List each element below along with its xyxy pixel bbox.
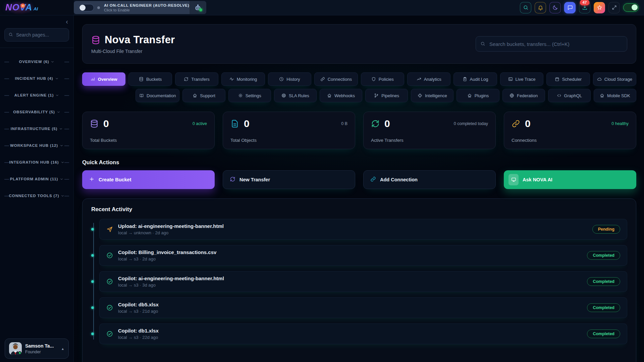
tab-label: Connections <box>328 77 352 82</box>
search-button[interactable] <box>520 2 531 13</box>
page-title: Nova Transfer <box>105 34 175 46</box>
activity-row[interactable]: Copilot: db5.xlsx local → s3 · 21d ago C… <box>99 297 627 318</box>
chevron-down-icon <box>60 177 63 181</box>
quick-actions-heading: Quick Actions <box>82 159 636 166</box>
sidebar-section[interactable]: WORKSPACE HUB (12) <box>0 137 73 154</box>
quick-action-icon <box>508 174 519 185</box>
activity-texts: Copilot: db5.xlsx local → s3 · 21d ago <box>118 302 582 314</box>
tab[interactable]: Analytics <box>407 72 450 86</box>
global-search-input[interactable] <box>476 36 627 52</box>
user-meta: Samson Ta... Founder <box>25 343 58 354</box>
tab-row-1: Overview Buckets Transfers Monitoring <box>82 72 636 86</box>
tab-icon <box>327 93 332 98</box>
tab[interactable]: Cloud Storage <box>593 72 636 86</box>
logo-ai-suffix: AI <box>34 6 38 11</box>
tab-label: GraphQL <box>564 93 582 98</box>
check-circle-icon <box>106 252 113 259</box>
activity-row[interactable]: Upload: ai-engineering-meeting-banner.ht… <box>99 219 627 240</box>
tab[interactable]: Audit Log <box>453 72 497 86</box>
tab[interactable]: GraphQL <box>548 89 591 102</box>
ai-oncall-toggle[interactable] <box>78 4 94 11</box>
fullscreen-button[interactable] <box>608 2 620 13</box>
tab[interactable]: Mobile SDK <box>594 89 636 102</box>
sidebar-section[interactable]: PLATFORM ADMIN (11) <box>0 171 73 187</box>
tab-label: Documentation <box>147 93 176 98</box>
tab[interactable]: Live Trace <box>500 72 543 86</box>
tab[interactable]: Settings <box>228 89 271 102</box>
tab[interactable]: History <box>268 72 311 86</box>
fullscreen-icon <box>611 5 617 10</box>
page-subtitle: Multi-Cloud File Transfer <box>91 49 175 54</box>
tab[interactable]: Documentation <box>136 89 179 102</box>
activity-row[interactable]: Copilot: Billing_invoice_transactions.cs… <box>99 245 627 266</box>
tab-icon <box>320 77 325 81</box>
sidebar-section[interactable]: INFRASTRUCTURE (5) <box>0 120 73 137</box>
tab[interactable]: SLA Rules <box>274 89 317 102</box>
favorites-button[interactable] <box>594 2 605 13</box>
tab-icon <box>555 77 559 81</box>
tab[interactable]: Webhooks <box>320 89 362 102</box>
sidebar-section[interactable]: ALERT ENGINE (1) <box>0 87 73 104</box>
activity-texts: Copilot: db1.xlsx local → s3 · 22d ago <box>118 328 582 340</box>
chat-button[interactable] <box>564 2 576 13</box>
theme-toggle[interactable] <box>623 3 639 12</box>
tab[interactable]: Plugins <box>457 89 499 102</box>
stat-card: 0 0 B Total Objects <box>223 112 355 149</box>
tab-label: Audit Log <box>470 77 488 82</box>
check-circle-icon <box>106 278 113 285</box>
caret-up-icon[interactable]: ▲ <box>61 347 64 351</box>
tab-label: Policies <box>379 77 394 82</box>
tab[interactable]: Monitoring <box>221 72 265 86</box>
downloads-button[interactable]: 47 <box>579 2 590 13</box>
tab[interactable]: Intelligence <box>411 89 453 102</box>
activity-meta: local → s3 · 21d ago <box>118 309 582 314</box>
ai-assistant-button[interactable] <box>189 1 206 14</box>
status-badge: Completed <box>587 251 620 260</box>
activity-row[interactable]: Copilot: db1.xlsx local → s3 · 22d ago C… <box>99 323 627 344</box>
dark-mode-button[interactable] <box>549 2 561 13</box>
activity-row[interactable]: Copilot: ai-engineering-meeting-banner.h… <box>99 271 627 292</box>
quick-action-button[interactable]: Add Connection <box>363 170 496 189</box>
quick-action-button[interactable]: Ask NOVA AI <box>504 170 636 189</box>
ai-oncall-subtitle[interactable]: Click to Enable <box>104 8 184 12</box>
chevron-down-icon <box>55 94 59 97</box>
tab[interactable]: Scheduler <box>546 72 590 86</box>
user-card[interactable]: Samson Ta... Founder ▲ <box>5 339 69 359</box>
stat-label: Connections <box>512 138 629 143</box>
collapse-sidebar-icon[interactable]: ‹ <box>66 18 68 25</box>
tab[interactable]: Federation <box>502 89 545 102</box>
notifications-button[interactable] <box>535 2 546 13</box>
tab-icon <box>139 93 144 98</box>
tab[interactable]: Overview <box>82 72 125 86</box>
nova-ai-logo[interactable]: NOVA AI <box>5 2 38 13</box>
stat-label: Active Transfers <box>371 138 488 143</box>
tab[interactable]: Connections <box>314 72 358 86</box>
tab[interactable]: Buckets <box>128 72 172 86</box>
sidebar-search-input[interactable] <box>4 28 69 42</box>
sidebar-section[interactable]: OVERVIEW (6) <box>0 53 73 70</box>
tab-icon <box>374 93 379 98</box>
tab-label: Federation <box>517 93 538 98</box>
main-content: Nova Transfer Multi-Cloud File Transfer … <box>74 15 644 362</box>
stat-side-text: 0 healthy <box>611 121 629 126</box>
chevron-down-icon <box>60 144 63 147</box>
tab[interactable]: Policies <box>361 72 404 86</box>
activity-title: Copilot: db5.xlsx <box>118 302 582 307</box>
tab[interactable]: Transfers <box>175 72 218 86</box>
sidebar-section-label: OBSERVABILITY (5) <box>13 110 55 114</box>
sidebar-section[interactable]: CONNECTED TOOLS (7) <box>0 187 73 204</box>
tab[interactable]: Support <box>182 89 225 102</box>
status-badge: Completed <box>587 303 620 312</box>
sidebar-section[interactable]: INCIDENT HUB (4) <box>0 70 73 87</box>
quick-action-button[interactable]: Create Bucket <box>82 170 215 189</box>
sidebar-section[interactable]: INTEGRATION HUB (16) <box>0 154 73 171</box>
quick-action-label: Add Connection <box>380 177 418 182</box>
quick-action-button[interactable]: New Transfer <box>223 170 355 189</box>
tab[interactable]: Pipelines <box>365 89 408 102</box>
activity-meta: local → s3 · 22d ago <box>118 335 582 340</box>
tab-label: Mobile SDK <box>607 93 630 98</box>
tab-icon <box>371 77 376 81</box>
tab-icon <box>463 77 467 81</box>
sidebar-section[interactable]: OBSERVABILITY (5) <box>0 104 73 120</box>
stat-icon <box>90 119 99 128</box>
